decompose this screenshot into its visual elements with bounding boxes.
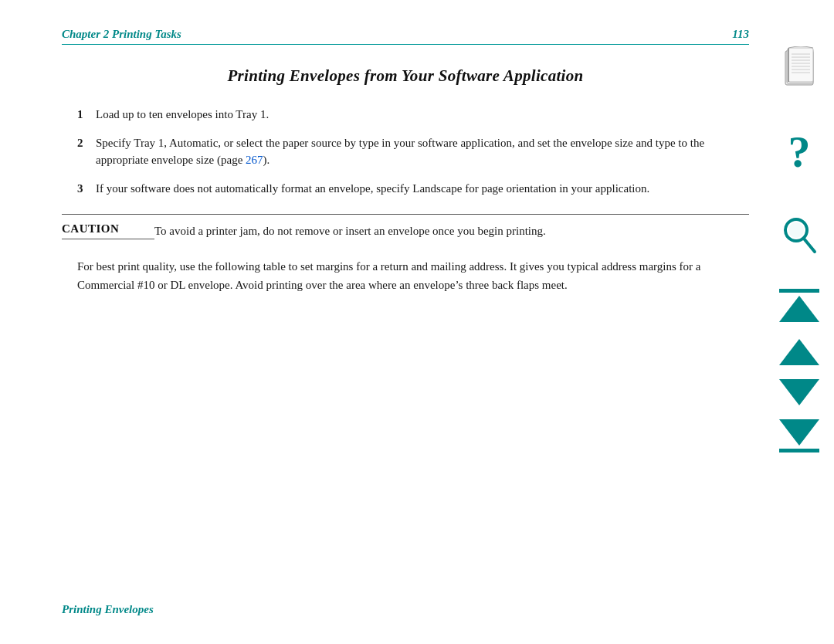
step-2: 2 Specify Tray 1, Automatic, or select t…	[77, 134, 749, 169]
step-1-number: 1	[77, 106, 96, 124]
description-paragraph: For best print quality, use the followin…	[77, 257, 749, 294]
page-footer: Printing Envelopes	[62, 603, 154, 616]
caution-section: CAUTION To avoid a printer jam, do not r…	[62, 214, 749, 240]
search-icon[interactable]	[773, 205, 826, 266]
book-icon[interactable]	[773, 39, 826, 99]
svg-text:?: ?	[788, 128, 811, 176]
footer-label: Printing Envelopes	[62, 603, 154, 615]
nav-up-group[interactable]	[779, 339, 819, 365]
page-link[interactable]: 267	[246, 154, 263, 166]
step-2-number: 2	[77, 134, 96, 169]
section-title: Printing Envelopes from Your Software Ap…	[62, 66, 749, 86]
page-container: Chapter 2 Printing Tasks 113 Printing En…	[0, 0, 834, 644]
step-3: 3 If your software does not automaticall…	[77, 180, 749, 198]
nav-down-button[interactable]	[779, 379, 819, 405]
nav-top-group[interactable]	[779, 289, 819, 322]
step-3-text: If your software does not automatically …	[96, 180, 749, 198]
page-header: Chapter 2 Printing Tasks 113	[62, 28, 749, 45]
nav-bottom-button[interactable]	[779, 419, 819, 446]
steps-list: 1 Load up to ten envelopes into Tray 1. …	[77, 106, 749, 197]
step-1: 1 Load up to ten envelopes into Tray 1.	[77, 106, 749, 124]
svg-rect-2	[788, 48, 813, 82]
nav-top-bar	[779, 289, 819, 293]
step-3-number: 3	[77, 180, 96, 198]
help-icon[interactable]: ?	[773, 122, 826, 182]
caution-left: CAUTION	[62, 222, 154, 239]
step-1-text: Load up to ten envelopes into Tray 1.	[96, 106, 749, 124]
sidebar-navigation: ?	[764, 0, 834, 644]
nav-up-button[interactable]	[779, 339, 819, 365]
caution-label: CAUTION	[62, 222, 119, 235]
svg-point-14	[788, 222, 804, 238]
caution-text: To avoid a printer jam, do not remove or…	[154, 222, 749, 240]
nav-bottom-group[interactable]	[779, 419, 819, 452]
step-2-text: Specify Tray 1, Automatic, or select the…	[96, 134, 749, 169]
nav-top-button[interactable]	[779, 296, 819, 322]
svg-line-13	[804, 239, 815, 252]
chapter-label: Chapter 2 Printing Tasks	[62, 28, 181, 41]
nav-bottom-bar	[779, 449, 819, 452]
nav-down-group[interactable]	[779, 379, 819, 405]
page-number: 113	[732, 28, 749, 41]
